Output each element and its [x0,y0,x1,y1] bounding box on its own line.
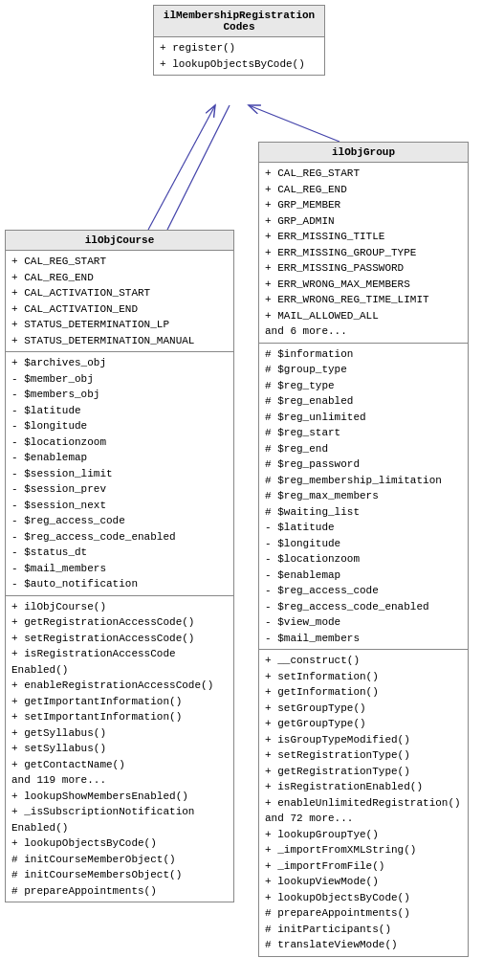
objcourse-constants-section: + CAL_REG_START+ CAL_REG_END+ CAL_ACTIVA… [6,251,233,352]
objcourse-method-4: + enableRegistrationAccessCode() [11,678,228,694]
objcourse-method-9: + getContactName() [11,757,228,773]
objgroup-property-2: # $reg_type [265,378,462,394]
membership-method-1: + register() [160,40,318,56]
objcourse-method-3: + isRegistrationAccessCode Enabled() [11,646,228,678]
objgroup-property-15: - $reg_access_code [265,583,462,599]
objgroup-constant-0: + CAL_REG_START [265,166,462,182]
objcourse-property-9: - $session_next [11,498,228,514]
objcourse-box-title: ilObjCourse [6,231,233,251]
objgroup-method-7: + getRegistrationType() [265,764,462,780]
objgroup-property-1: # $group_type [265,362,462,378]
objgroup-constant-8: + ERR_WRONG_REG_TIME_LIMIT [265,292,462,308]
objgroup-constant-1: + CAL_REG_END [265,182,462,198]
objgroup-method-17: # initParticipants() [265,922,462,938]
objcourse-box: ilObjCourse + CAL_REG_START+ CAL_REG_END… [5,230,234,902]
objgroup-property-5: # $reg_start [265,425,462,441]
objgroup-property-4: # $reg_unlimited [265,410,462,426]
objgroup-method-13: + _importFromFile() [265,858,462,875]
svg-line-1 [148,105,215,230]
objcourse-constant-2: + CAL_ACTIVATION_START [11,285,228,301]
objgroup-method-2: + getInformation() [265,684,462,701]
objcourse-method-2: + setRegistrationAccessCode() [11,631,228,647]
objgroup-constant-5: + ERR_MISSING_GROUP_TYPE [265,245,462,261]
objgroup-property-12: - $longitude [265,536,462,552]
objcourse-method-13: + lookupObjectsByCode() [11,835,228,852]
objcourse-method-10: and 119 more... [11,772,228,789]
objcourse-property-7: - $session_limit [11,466,228,482]
objgroup-constant-6: + ERR_MISSING_PASSWORD [265,260,462,277]
objcourse-property-2: - $members_obj [11,387,228,403]
objgroup-property-7: # $reg_password [265,457,462,473]
membership-method-2: + lookupObjectsByCode() [160,56,318,73]
objgroup-method-10: and 72 more... [265,811,462,827]
objgroup-constant-4: + ERR_MISSING_TITLE [265,229,462,245]
objcourse-property-5: - $locationzoom [11,434,228,451]
objcourse-property-13: - $mail_members [11,561,228,577]
objgroup-property-11: - $latitude [265,520,462,536]
objcourse-method-11: + lookupShowMembersEnabled() [11,789,228,805]
objcourse-property-8: - $session_prev [11,481,228,498]
objgroup-method-4: + getGroupType() [265,716,462,732]
objgroup-method-3: + setGroupType() [265,701,462,717]
membership-box-title: ilMembershipRegistration Codes [154,6,324,37]
objcourse-method-14: # initCourseMemberObject() [11,852,228,868]
objgroup-methods-section: + __construct()+ setInformation()+ getIn… [259,650,468,956]
objcourse-method-15: # initCourseMembersObject() [11,867,228,883]
objgroup-property-13: - $locationzoom [265,551,462,568]
objgroup-method-8: + isRegistrationEnabled() [265,779,462,795]
objcourse-method-12: + _isSubscriptionNotification Enabled() [11,804,228,835]
objgroup-method-0: + __construct() [265,653,462,669]
objgroup-property-9: # $reg_max_members [265,488,462,504]
objcourse-property-4: - $longitude [11,418,228,434]
objgroup-method-12: + _importFromXMLString() [265,842,462,858]
objcourse-method-1: + getRegistrationAccessCode() [11,614,228,631]
objcourse-constant-1: + CAL_REG_END [11,270,228,286]
objcourse-methods-section: + ilObjCourse()+ getRegistrationAccessCo… [6,596,233,902]
objgroup-constant-3: + GRP_ADMIN [265,213,462,230]
objgroup-method-1: + setInformation() [265,669,462,685]
objgroup-box-title: ilObjGroup [259,143,468,163]
objgroup-method-6: + setRegistrationType() [265,747,462,764]
objcourse-method-6: + setImportantInformation() [11,709,228,725]
objcourse-properties-section: + $archives_obj- $member_obj- $members_o… [6,352,233,596]
objcourse-constant-5: + STATUS_DETERMINATION_MANUAL [11,333,228,349]
objcourse-method-5: + getImportantInformation() [11,694,228,710]
svg-line-0 [249,105,340,142]
objcourse-constant-0: + CAL_REG_START [11,254,228,270]
objgroup-property-8: # $reg_membership_limitation [265,473,462,489]
objgroup-property-18: - $mail_members [265,631,462,647]
objgroup-property-10: # $waiting_list [265,504,462,521]
objgroup-method-16: # prepareAppointments() [265,905,462,922]
objgroup-constant-2: + GRP_MEMBER [265,197,462,213]
diagram-container: ilMembershipRegistration Codes + registe… [0,0,482,980]
objgroup-properties-section: # $information# $group_type# $reg_type# … [259,344,468,651]
objcourse-property-12: - $status_dt [11,545,228,561]
objcourse-property-3: - $latitude [11,403,228,419]
objgroup-method-5: + isGroupTypeModified() [265,732,462,748]
objcourse-property-10: - $reg_access_code [11,513,228,529]
objgroup-method-15: + lookupObjectsByCode() [265,890,462,906]
membership-box-methods: + register() + lookupObjectsByCode() [154,37,324,75]
objcourse-constant-3: + CAL_ACTIVATION_END [11,301,228,318]
objgroup-method-14: + lookupViewMode() [265,874,462,890]
objgroup-constant-9: + MAIL_ALLOWED_ALL [265,308,462,324]
objgroup-property-16: - $reg_access_code_enabled [265,599,462,615]
objgroup-property-17: - $view_mode [265,614,462,631]
membership-box: ilMembershipRegistration Codes + registe… [153,5,325,76]
objcourse-method-16: # prepareAppointments() [11,883,228,900]
objcourse-property-0: + $archives_obj [11,355,228,371]
objcourse-method-8: + setSyllabus() [11,741,228,757]
objgroup-method-18: # translateViewMode() [265,937,462,953]
objgroup-property-3: # $reg_enabled [265,393,462,410]
objgroup-property-6: # $reg_end [265,441,462,457]
objgroup-box: ilObjGroup + CAL_REG_START+ CAL_REG_END+… [258,142,469,957]
svg-line-2 [167,105,230,230]
objgroup-constant-10: and 6 more... [265,323,462,340]
objgroup-property-14: - $enablemap [265,568,462,584]
objgroup-method-9: + enableUnlimitedRegistration() [265,795,462,812]
objgroup-property-0: # $information [265,346,462,363]
objgroup-method-11: + lookupGroupTye() [265,827,462,843]
objcourse-method-7: + getSyllabus() [11,725,228,742]
objcourse-property-6: - $enablemap [11,450,228,466]
objcourse-constant-4: + STATUS_DETERMINATION_LP [11,317,228,333]
